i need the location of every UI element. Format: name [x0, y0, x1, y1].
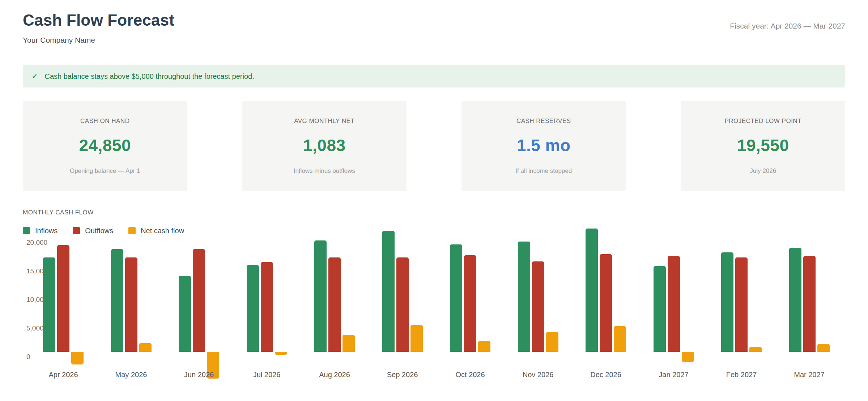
bar-outflows — [57, 245, 69, 352]
bar-outflows — [464, 255, 476, 352]
bar-inflows — [721, 252, 733, 352]
kpi-card-avg-monthly-net: AVG MONTHLY NET 1,083 Inflows minus outf… — [242, 101, 407, 191]
bar-net-cash-flow — [614, 326, 626, 352]
x-axis-label: Apr 2026 — [48, 371, 78, 379]
kpi-value: 24,850 — [79, 136, 131, 155]
bar-inflows — [247, 265, 259, 352]
kpi-card-cash-on-hand: CASH ON HAND 24,850 Opening balance — Ap… — [23, 101, 187, 191]
bar-net-cash-flow — [546, 332, 558, 352]
kpi-card-projected-low-point: PROJECTED LOW POINT 19,550 July 2026 — [681, 101, 846, 191]
x-axis-label: Nov 2026 — [523, 371, 554, 379]
bar-inflows — [43, 257, 55, 352]
kpi-value: 1.5 mo — [517, 136, 571, 155]
bar-outflows — [532, 261, 544, 352]
x-axis-label: Feb 2027 — [726, 371, 757, 379]
cash-flow-chart: 05,00010,00015,00020,000Apr 2026May 2026… — [23, 227, 845, 392]
x-axis-label: Sep 2026 — [387, 371, 418, 379]
fiscal-year-label: Fiscal year: Apr 2026 — Mar 2027 — [730, 11, 845, 30]
x-axis-label: Jul 2026 — [253, 371, 281, 379]
bar-outflows — [328, 257, 341, 352]
bar-net-cash-flow — [71, 352, 84, 364]
x-axis-label: Jun 2026 — [184, 371, 214, 379]
bar-outflows — [735, 257, 748, 352]
bar-inflows — [654, 266, 666, 352]
bar-outflows — [396, 257, 409, 352]
bar-inflows — [314, 240, 327, 352]
bar-net-cash-flow — [478, 341, 490, 352]
kpi-label: AVG MONTHLY NET — [294, 118, 354, 125]
kpi-sublabel: Inflows minus outflows — [294, 167, 355, 175]
bar-net-cash-flow — [275, 352, 287, 355]
cash-flow-report-page: Cash Flow Forecast Your Company Name Fis… — [0, 0, 868, 392]
bar-inflows — [450, 244, 462, 352]
bar-inflows — [586, 229, 598, 352]
bar-inflows — [111, 249, 123, 352]
status-banner-message: Cash balance stays above $5,000 througho… — [44, 72, 254, 81]
bar-outflows — [600, 254, 612, 352]
x-axis-label: Mar 2027 — [794, 371, 825, 379]
bar-outflows — [125, 257, 137, 352]
kpi-value: 19,550 — [737, 136, 789, 155]
bar-net-cash-flow — [749, 347, 762, 352]
x-axis-label: Dec 2026 — [590, 371, 621, 379]
x-axis-label: Oct 2026 — [455, 371, 485, 379]
bar-net-cash-flow — [342, 335, 355, 352]
bar-inflows — [518, 242, 530, 352]
bar-net-cash-flow — [817, 344, 830, 352]
page-header: Cash Flow Forecast Your Company Name Fis… — [23, 11, 845, 44]
x-axis-label: May 2026 — [115, 371, 147, 379]
page-title: Cash Flow Forecast — [23, 11, 174, 29]
bar-net-cash-flow — [410, 325, 423, 352]
kpi-label: CASH RESERVES — [516, 118, 571, 125]
kpi-card-cash-reserves: CASH RESERVES 1.5 mo If all income stopp… — [461, 101, 626, 191]
x-axis-label: Jan 2027 — [659, 371, 688, 379]
chart-section-title: MONTHLY CASH FLOW — [23, 209, 845, 216]
y-axis-label: 5,000 — [26, 324, 44, 332]
bar-inflows — [382, 231, 395, 352]
x-axis-label: Aug 2026 — [319, 371, 350, 379]
bar-outflows — [668, 256, 680, 352]
bar-net-cash-flow — [139, 343, 152, 352]
kpi-value: 1,083 — [303, 136, 346, 155]
bar-outflows — [193, 249, 205, 352]
kpi-sublabel: If all income stopped — [515, 167, 572, 175]
kpi-label: CASH ON HAND — [80, 118, 129, 125]
kpi-card-row: CASH ON HAND 24,850 Opening balance — Ap… — [23, 101, 845, 191]
bar-inflows — [789, 248, 801, 352]
kpi-label: PROJECTED LOW POINT — [724, 118, 801, 125]
status-banner: ✓ Cash balance stays above $5,000 throug… — [23, 65, 845, 88]
bar-outflows — [261, 262, 273, 352]
kpi-sublabel: Opening balance — Apr 1 — [70, 167, 140, 175]
title-block: Cash Flow Forecast Your Company Name — [23, 11, 174, 44]
y-axis-label: 0 — [26, 353, 30, 361]
y-axis-label: 20,000 — [26, 239, 47, 247]
bar-net-cash-flow — [682, 352, 694, 362]
kpi-sublabel: July 2026 — [750, 167, 776, 175]
bar-inflows — [179, 276, 191, 352]
bar-outflows — [803, 256, 816, 352]
check-icon: ✓ — [31, 72, 38, 81]
company-name: Your Company Name — [23, 36, 174, 44]
